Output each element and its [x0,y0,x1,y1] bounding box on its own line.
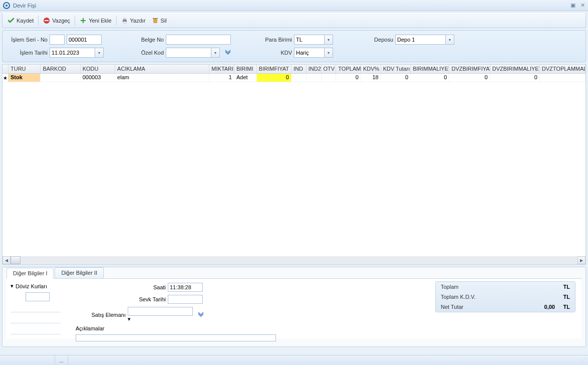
chevron-down-icon[interactable]: ▾ [11,283,14,289]
col-miktari[interactable]: MIKTARI [209,65,234,73]
satis-dropdown-button[interactable]: ▾ [128,316,193,322]
col-aciklama[interactable]: ACIKLAMA [115,65,209,73]
cell-ind[interactable] [291,74,307,82]
delete-button[interactable]: Sil [149,16,170,26]
minimize-icon[interactable]: ▣ [570,2,575,9]
col-kodu[interactable]: KODU [81,65,115,73]
cell-ind2[interactable] [307,74,322,82]
cell-otv[interactable] [322,74,337,82]
seri-input[interactable] [50,35,65,45]
toplam-kdv-currency: TL [555,294,570,300]
tarih-input[interactable] [50,48,95,58]
scroll-left-button[interactable]: ◀ [3,256,11,264]
col-dvzbirimfiyat[interactable]: DVZBIRIMFIYAT [449,65,490,73]
check-icon [8,17,15,24]
toolbar: Kaydet Vazgeç Yeni Ekle Yazdır Sil [2,13,586,28]
aciklama-input[interactable] [76,334,276,341]
add-button[interactable]: Yeni Ekle [77,16,114,26]
aciklama-label: Açıklamalar [76,325,104,331]
col-birimi[interactable]: BIRIMI [234,65,257,73]
depo-input[interactable] [395,35,445,45]
printer-icon [121,17,128,24]
cell-birimi[interactable]: Adet [234,74,257,82]
saati-input[interactable] [168,283,203,292]
tab-diger-bilgiler-2[interactable]: Diğer Bilgiler II [55,267,104,278]
grid: TURU BARKOD KODU ACIKLAMA MIKTARI BIRIMI… [2,64,586,265]
para-dropdown-button[interactable]: ▾ [324,35,333,45]
toplam-label: Toplam [441,284,525,290]
col-ind2[interactable]: IND2 [307,65,322,73]
horizontal-scrollbar[interactable]: ◀ ▶ [3,256,585,264]
doviz-kuru-input[interactable] [26,292,50,301]
svg-rect-1 [45,20,49,21]
satis-input[interactable] [128,307,193,316]
close-icon[interactable]: ✕ [580,2,585,9]
form-panel: İşlem Seri - No İşlem Tarihi ▾ Belge No … [2,30,586,62]
svg-rect-3 [81,20,86,21]
belge-input[interactable] [166,35,231,45]
app-icon [3,2,10,9]
title-bar: Devir Fişi ▣ ✕ [0,0,588,11]
kdv-dropdown-button[interactable]: ▾ [324,48,333,58]
sevk-label: Sevk Tarihi [76,296,166,302]
totals-box: Toplam TL Toplam K.D.V. TL Net Tutar 0,0… [435,281,575,312]
satis-expand-icon[interactable] [197,311,205,319]
cell-turu[interactable]: Stok [9,74,41,82]
save-button[interactable]: Kaydet [5,16,37,26]
belge-label: Belge No [124,37,164,43]
tarih-dropdown-button[interactable]: ▾ [95,48,104,58]
cell-barkod[interactable] [41,74,80,82]
plus-icon [80,17,87,24]
cell-birimfiyat[interactable]: 0 [257,74,291,82]
cell-miktari[interactable]: 1 [209,74,234,82]
print-button[interactable]: Yazdır [118,16,149,26]
depo-label: Deposu [353,37,393,43]
cell-birimmaliyet[interactable]: 0 [411,74,449,82]
depo-dropdown-button[interactable]: ▾ [445,35,454,45]
col-dvztoplammaliy[interactable]: DVZTOPLAMMALIY [540,65,585,73]
para-label: Para Birimi [252,37,292,43]
col-turu[interactable]: TURU [9,65,41,73]
col-birimmaliyet[interactable]: BIRIMMALIYET [411,65,449,73]
doviz-kurlari-section: ▾ Döviz Kurları [11,283,61,334]
col-otv[interactable]: OTV [322,65,337,73]
cancel-button[interactable]: Vazgeç [40,16,73,26]
scroll-right-button[interactable]: ▶ [577,256,585,264]
saati-label: Saati [76,284,166,290]
scroll-thumb[interactable] [11,256,21,264]
ozelkod-expand-icon[interactable] [224,49,232,57]
svg-rect-7 [153,19,157,23]
ozelkod-input[interactable] [166,48,211,58]
status-bar: ... ⋰ [0,355,588,365]
trash-icon [152,17,159,24]
satis-label: Satış Elemanı [76,312,126,318]
cell-kdvp[interactable]: 18 [361,74,381,82]
resize-grip-icon[interactable]: ⋰ [581,357,586,363]
ozelkod-dropdown-button[interactable]: ▾ [211,48,220,58]
net-tutar-label: Net Tutar [441,304,525,310]
svg-rect-8 [153,18,158,19]
para-input[interactable] [294,35,324,45]
cell-aciklama[interactable]: elam [115,74,209,82]
cell-kdvtut[interactable]: 0 [381,74,411,82]
col-kdvtut[interactable]: KDV Tutarı [381,65,411,73]
col-toplam[interactable]: TOPLAM [336,65,361,73]
cell-dvztoplammaliy[interactable] [540,74,585,82]
col-ind[interactable]: IND [291,65,307,73]
tab-diger-bilgiler-1[interactable]: Diğer Bilgiler I [7,268,54,279]
col-barkod[interactable]: BARKOD [41,65,80,73]
sevk-input[interactable] [168,295,203,304]
cell-dvzbirimfiyat[interactable]: 0 [449,74,490,82]
col-kdvp[interactable]: KDV% [361,65,381,73]
cell-toplam[interactable]: 0 [336,74,361,82]
toplam-kdv-label: Toplam K.D.V. [441,294,525,300]
col-birimfiyat[interactable]: BIRIMFIYAT [257,65,291,73]
col-dvzbirimmaliyeti[interactable]: DVZBIRIMMALIYETI [490,65,540,73]
no-input[interactable] [67,35,102,45]
cell-kodu[interactable]: 000003 [81,74,115,82]
grid-row[interactable]: ★ Stok 000003 elam 1 Adet 0 0 18 0 0 0 0 [3,74,585,82]
kdv-input[interactable] [294,48,324,58]
window-title: Devir Fişi [13,3,36,9]
kdv-label: KDV [252,50,292,56]
cell-dvzbirimmaliyeti[interactable]: 0 [490,74,540,82]
